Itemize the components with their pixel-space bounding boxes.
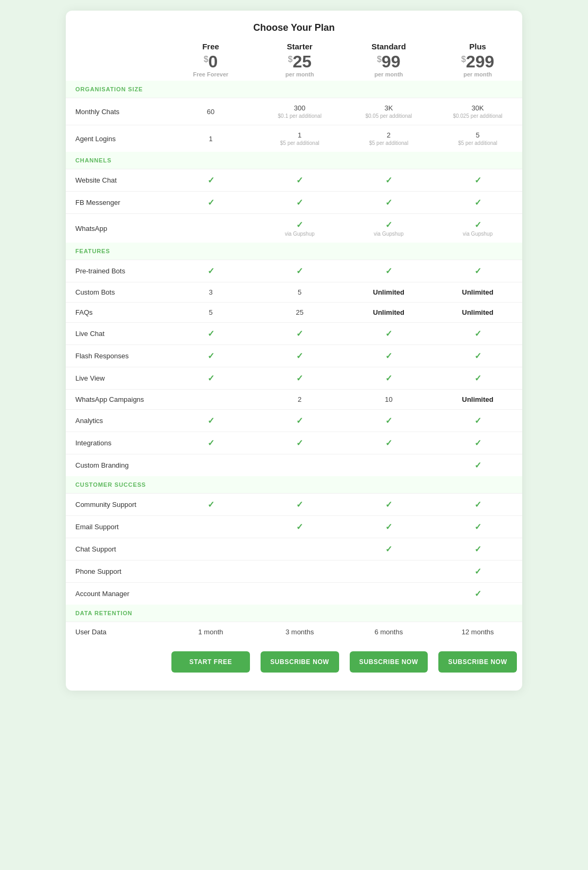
cell-value: Unlimited bbox=[462, 308, 494, 316]
cell-3-2-1 bbox=[255, 538, 344, 561]
table-row: Phone Support✓ bbox=[66, 561, 522, 583]
feature-label: FAQs bbox=[66, 303, 166, 323]
cell-0-1-0: 1 bbox=[166, 125, 255, 152]
cell-sub: $0.1 per additional bbox=[261, 113, 339, 119]
cell-2-7-0: ✓ bbox=[166, 410, 255, 432]
check-icon: ✓ bbox=[474, 374, 481, 383]
cell-2-3-0: ✓ bbox=[166, 323, 255, 345]
subscribe-button-free[interactable]: START FREE bbox=[171, 651, 250, 673]
cell-2-6-3: Unlimited bbox=[433, 390, 522, 410]
cell-value: Unlimited bbox=[373, 288, 404, 296]
table-row: WhatsApp Campaigns210Unlimited bbox=[66, 390, 522, 410]
table-row: Website Chat✓✓✓✓ bbox=[66, 169, 522, 192]
subscribe-button-standard[interactable]: SUBSCRIBE NOW bbox=[350, 651, 428, 673]
check-icon: ✓ bbox=[296, 500, 303, 509]
cell-2-9-2 bbox=[344, 454, 434, 477]
feature-label: WhatsApp Campaigns bbox=[66, 390, 166, 410]
btn-cell-standard: SUBSCRIBE NOW bbox=[344, 642, 434, 675]
cell-3-4-1 bbox=[255, 583, 344, 605]
cell-value: 2 bbox=[387, 131, 391, 139]
cell-value: 5 bbox=[476, 131, 480, 139]
feature-header bbox=[66, 42, 166, 81]
check-icon: ✓ bbox=[296, 176, 303, 185]
cell-2-0-2: ✓ bbox=[344, 260, 434, 282]
cell-2-5-0: ✓ bbox=[166, 367, 255, 390]
table-row: Account Manager✓ bbox=[66, 583, 522, 605]
cell-2-7-2: ✓ bbox=[344, 410, 434, 432]
cell-value: 1 bbox=[298, 131, 301, 139]
cell-2-2-2: Unlimited bbox=[344, 303, 434, 323]
feature-label: Analytics bbox=[66, 410, 166, 432]
check-icon: ✓ bbox=[296, 374, 303, 383]
feature-label: Monthly Chats bbox=[66, 98, 166, 125]
plan-name: Standard bbox=[350, 42, 428, 51]
cell-value: 10 bbox=[385, 395, 392, 403]
check-icon: ✓ bbox=[474, 438, 481, 447]
feature-label: Live Chat bbox=[66, 323, 166, 345]
cell-value: 12 months bbox=[462, 628, 494, 636]
cell-1-1-3: ✓ bbox=[433, 192, 522, 214]
cell-value: 3 bbox=[209, 288, 212, 296]
cell-value: 3 months bbox=[286, 628, 314, 636]
feature-label: FB Messenger bbox=[66, 192, 166, 214]
cell-1-0-3: ✓ bbox=[433, 169, 522, 192]
plan-period: Free Forever bbox=[171, 71, 250, 77]
cell-4-0-1: 3 months bbox=[255, 622, 344, 642]
table-row: Live Chat✓✓✓✓ bbox=[66, 323, 522, 345]
cell-2-3-3: ✓ bbox=[433, 323, 522, 345]
cell-4-0-0: 1 month bbox=[166, 622, 255, 642]
check-icon: ✓ bbox=[474, 522, 481, 531]
table-row: Pre-trained Bots✓✓✓✓ bbox=[66, 260, 522, 282]
check-icon: ✓ bbox=[207, 500, 214, 509]
check-icon: ✓ bbox=[474, 176, 481, 185]
check-icon: ✓ bbox=[474, 500, 481, 509]
feature-label: Custom Branding bbox=[66, 454, 166, 477]
check-icon: ✓ bbox=[474, 567, 481, 576]
check-icon: ✓ bbox=[207, 416, 214, 425]
cell-1-0-2: ✓ bbox=[344, 169, 434, 192]
cell-1-1-2: ✓ bbox=[344, 192, 434, 214]
cell-2-1-2: Unlimited bbox=[344, 282, 434, 303]
check-icon: ✓ bbox=[385, 374, 392, 383]
check-icon: ✓ bbox=[474, 351, 481, 360]
check-icon: ✓ bbox=[385, 220, 392, 229]
cell-3-3-3: ✓ bbox=[433, 561, 522, 583]
check-icon: ✓ bbox=[385, 176, 392, 185]
dollar-sign: $ bbox=[461, 55, 466, 64]
cell-1-0-1: ✓ bbox=[255, 169, 344, 192]
button-row: START FREESUBSCRIBE NOWSUBSCRIBE NOWSUBS… bbox=[66, 642, 522, 675]
cell-3-0-0: ✓ bbox=[166, 494, 255, 516]
subscribe-button-starter[interactable]: SUBSCRIBE NOW bbox=[261, 651, 339, 673]
check-icon: ✓ bbox=[385, 198, 392, 207]
cell-sub: $5 per additional bbox=[261, 140, 339, 146]
table-row: WhatsApp✓via Gupshup✓via Gupshup✓via Gup… bbox=[66, 214, 522, 243]
cell-4-0-2: 6 months bbox=[344, 622, 434, 642]
feature-label: Pre-trained Bots bbox=[66, 260, 166, 282]
check-icon: ✓ bbox=[207, 329, 214, 338]
table-row: Agent Logins11$5 per additional2$5 per a… bbox=[66, 125, 522, 152]
cell-3-0-1: ✓ bbox=[255, 494, 344, 516]
plan-price: $0 bbox=[204, 54, 218, 71]
cell-3-4-0 bbox=[166, 583, 255, 605]
cell-3-2-2: ✓ bbox=[344, 538, 434, 561]
feature-label: Flash Responses bbox=[66, 345, 166, 367]
subscribe-button-plus[interactable]: SUBSCRIBE NOW bbox=[438, 651, 517, 673]
section-label: CHANNELS bbox=[66, 152, 522, 169]
cell-2-4-0: ✓ bbox=[166, 345, 255, 367]
check-icon: ✓ bbox=[296, 329, 303, 338]
section-label: ORGANISATION SIZE bbox=[66, 81, 522, 98]
cell-2-6-0 bbox=[166, 390, 255, 410]
cell-3-1-1: ✓ bbox=[255, 516, 344, 538]
cell-2-8-0: ✓ bbox=[166, 432, 255, 454]
feature-label: WhatsApp bbox=[66, 214, 166, 243]
check-icon: ✓ bbox=[207, 351, 214, 360]
cell-1-1-0: ✓ bbox=[166, 192, 255, 214]
check-icon: ✓ bbox=[207, 374, 214, 383]
cell-sub: $0.025 per additional bbox=[438, 113, 517, 119]
cell-2-3-2: ✓ bbox=[344, 323, 434, 345]
section-header-1: CHANNELS bbox=[66, 152, 522, 169]
section-header-0: ORGANISATION SIZE bbox=[66, 81, 522, 98]
price-amount: 299 bbox=[466, 52, 494, 71]
check-icon: ✓ bbox=[474, 220, 481, 229]
check-icon: ✓ bbox=[296, 438, 303, 447]
